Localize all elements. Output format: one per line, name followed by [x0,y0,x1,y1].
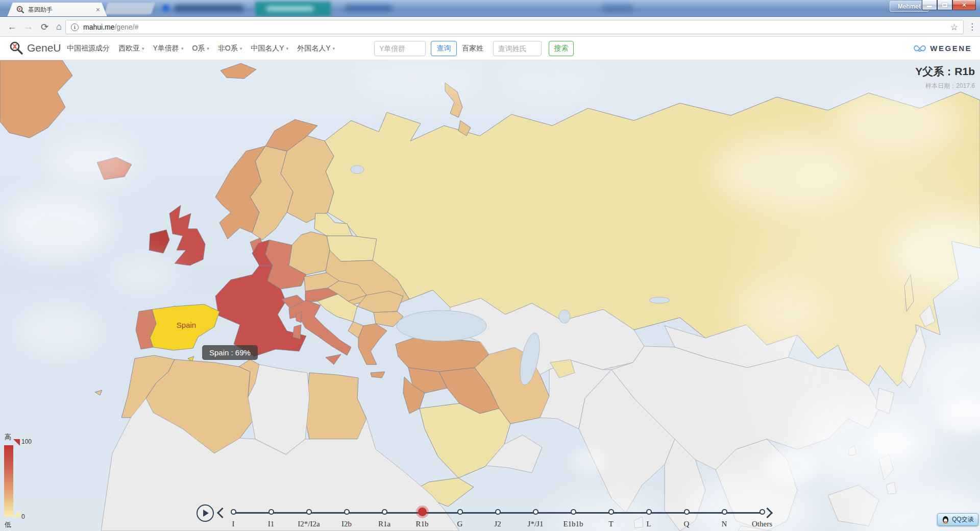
timeline-dot[interactable] [533,509,538,515]
haplogroup-input[interactable] [374,41,426,56]
timeline-dot[interactable] [608,509,614,515]
timeline-item[interactable]: Q [666,509,707,528]
country-korea[interactable] [876,388,894,414]
timeline-dot[interactable] [231,509,236,515]
country-turkey[interactable] [396,336,489,372]
country-sicily[interactable] [326,354,341,365]
legend-top-handle-icon[interactable] [13,439,20,446]
tab-close-icon[interactable]: × [96,6,100,14]
timeline-dot[interactable] [722,509,727,515]
timeline-dot[interactable] [495,509,501,515]
timeline-dot[interactable] [382,509,387,515]
maximize-button[interactable] [937,0,952,10]
wegene-logo[interactable]: WEGENE [913,43,972,53]
nav-menu-item[interactable]: Y单倍群 ▾ [153,44,184,53]
close-button[interactable]: × [952,0,976,10]
nav-menu-item-label: 外国名人Y [297,44,330,53]
caret-down-icon: ▾ [240,46,242,51]
timeline-dot[interactable] [684,509,690,515]
country-crete[interactable] [371,372,385,378]
timeline-item[interactable]: I2*/I2a [288,509,329,528]
legend-high-label: 高 [5,432,11,442]
timeline-item[interactable]: I2b [326,509,367,528]
country-egypt[interactable] [305,373,366,439]
surname-input[interactable] [493,41,542,56]
map-title: Y父系：R1b [915,64,975,79]
address-bar[interactable]: i mahui.me/gene/# ☆ [65,20,964,34]
site-info-icon[interactable]: i [71,23,79,31]
legend-bottom-handle-icon[interactable] [13,511,20,517]
url-path: /gene/# [114,23,138,31]
lake-balkhash [649,297,670,303]
region-borneo[interactable] [828,485,879,526]
country-ireland[interactable] [149,230,169,253]
timeline-label: G [439,520,480,528]
country-svalbard[interactable] [220,63,256,79]
timeline-label: R1b [402,520,443,528]
url-host: mahui.me [83,23,114,31]
timeline-dot[interactable] [571,509,576,515]
browser-window: 基因助手 × Mehmet × ← → ⟳ ⌂ i mahui.me/gene/… [0,0,980,531]
timeline-dot[interactable] [418,508,427,516]
country-canary-islands[interactable] [95,390,102,395]
country-greenland[interactable] [0,60,72,138]
timeline-item[interactable]: N [704,509,745,528]
search-button[interactable]: 搜索 [549,41,574,56]
url-text[interactable]: mahui.me/gene/# [83,23,946,31]
browser-menu-icon[interactable]: ⋮ [968,21,976,32]
country-corsica[interactable] [296,311,302,323]
country-greece[interactable] [358,324,387,365]
window-controls: × [922,0,976,10]
country-sardinia[interactable] [293,325,301,339]
timeline-dot[interactable] [306,509,312,515]
timeline-item[interactable]: J2 [477,509,518,528]
country-philippines-south[interactable] [886,482,896,494]
world-map-canvas[interactable] [0,60,980,531]
geneu-logo[interactable]: GeneU [9,41,61,55]
timeline-item[interactable]: I1 [251,509,291,528]
country-philippines[interactable] [879,454,893,480]
qq-chat-button[interactable]: QQ交谈 [937,513,978,526]
background-window-shape [104,3,155,14]
timeline-item[interactable]: J*/J1 [515,509,556,528]
nav-menu-item-label: 中国祖源成分 [67,44,110,53]
nav-menu: 中国祖源成分 ▾ 西欧亚 ▾ Y单倍群 ▾ O系 ▾ 非O系 ▾ 中国名人Y ▾ [67,37,335,60]
nav-menu-item[interactable]: 中国名人Y ▾ [251,44,288,53]
country-novaya-zemlya[interactable] [445,83,462,117]
back-button[interactable]: ← [5,20,19,34]
timeline-item[interactable]: R1a [364,509,405,528]
timeline-item[interactable]: I [213,509,254,528]
country-iceland[interactable] [97,157,132,180]
browser-tab[interactable]: 基因助手 × [7,3,107,17]
play-button[interactable] [197,504,214,522]
nav-menu-item[interactable]: 非O系 ▾ [218,44,242,53]
nav-menu-item[interactable]: 外国名人Y ▾ [297,44,335,53]
nav-menu-item[interactable]: O系 ▾ [192,44,209,53]
nav-menu-item-label: 中国名人Y [251,44,284,53]
country-taiwan[interactable] [848,445,856,455]
timeline-dot[interactable] [646,509,652,515]
bookmark-star-icon[interactable]: ☆ [950,22,958,33]
country-uk[interactable] [169,205,205,266]
timeline-item[interactable]: E1b1b [553,509,594,528]
background-window-blur [175,5,243,12]
nav-menu-item[interactable]: 中国祖源成分 ▾ [67,44,110,53]
forward-button[interactable]: → [21,20,35,34]
timeline-dot[interactable] [268,509,274,515]
timeline-dot[interactable] [344,509,350,515]
legend-gradient-bar[interactable] [4,445,13,517]
surnames-label: 百家姓 [462,44,483,53]
timeline-item[interactable]: G [439,509,480,528]
wegene-logo-text: WEGENE [930,44,972,53]
home-button[interactable]: ⌂ [52,20,66,34]
timeline-item[interactable]: T [591,509,631,528]
timeline-item[interactable]: R1b [402,509,443,528]
timeline-label: E1b1b [553,520,594,528]
timeline-item[interactable]: L [628,509,669,528]
query-button[interactable]: 查询 [431,41,457,56]
country-poland[interactable] [289,232,330,275]
nav-menu-item[interactable]: 西欧亚 ▾ [118,44,144,53]
reload-button[interactable]: ⟳ [38,20,52,34]
timeline-dot[interactable] [457,509,463,515]
minimize-button[interactable] [922,0,937,10]
